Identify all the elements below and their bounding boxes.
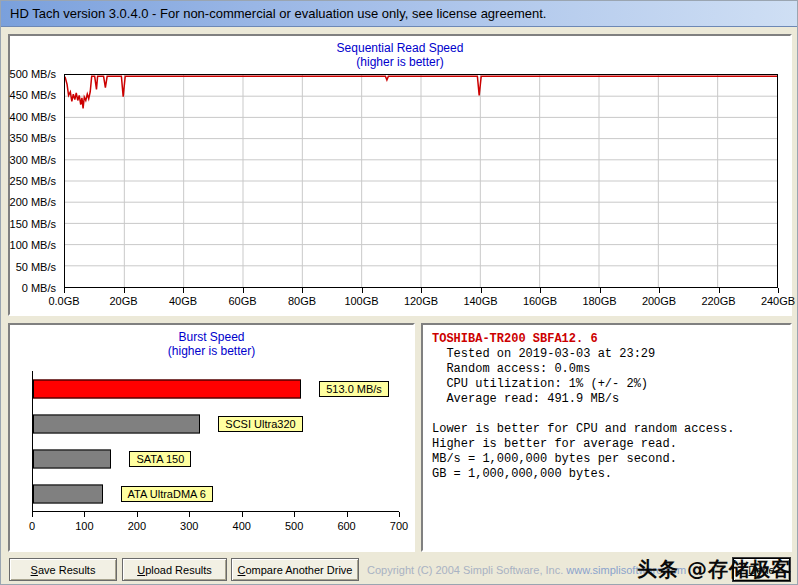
title-bar[interactable]: HD Tach version 3.0.4.0 - For non-commer… xyxy=(1,1,797,27)
window-title: HD Tach version 3.0.4.0 - For non-commer… xyxy=(10,6,546,21)
burst-tick-mark xyxy=(242,512,243,517)
seq-y-tick-label: 0 MB/s xyxy=(22,282,56,294)
seq-y-tick-label: 50 MB/s xyxy=(16,261,56,273)
seq-x-tick-label: 80GB xyxy=(288,295,316,307)
seq-x-tick-label: 100GB xyxy=(344,295,378,307)
burst-tick-mark xyxy=(32,512,33,517)
burst-tick-mark xyxy=(399,512,400,517)
sequential-read-panel: Sequential Read Speed (higher is better)… xyxy=(8,34,792,316)
burst-tick-mark xyxy=(84,512,85,517)
drive-info-line: Higher is better for average read. xyxy=(432,437,781,452)
seq-tick-mark xyxy=(421,288,422,293)
seq-y-tick-label: 450 MB/s xyxy=(10,89,56,101)
burst-x-tick-label: 500 xyxy=(285,520,303,532)
seq-y-tick-label: 350 MB/s xyxy=(10,132,56,144)
seq-y-tick-label: 400 MB/s xyxy=(10,111,56,123)
seq-tick-mark xyxy=(243,288,244,293)
seq-x-tick-label: 40GB xyxy=(169,295,197,307)
seq-tick-mark xyxy=(540,288,541,293)
burst-bars-area: 513.0 MB/sSCSI Ultra320SATA 150ATA Ultra… xyxy=(32,371,399,512)
seq-tick-mark xyxy=(302,288,303,293)
burst-tick-mark xyxy=(137,512,138,517)
seq-x-tick-label: 140GB xyxy=(463,295,497,307)
burst-bar xyxy=(33,449,111,468)
watermark: 头条 @存储极客 xyxy=(637,556,792,583)
burst-bar-label: 513.0 MB/s xyxy=(319,381,389,397)
seq-chart-subtitle: (higher is better) xyxy=(10,55,790,69)
compare-another-drive-button[interactable]: Compare Another Drive xyxy=(231,558,359,581)
burst-bar xyxy=(33,414,200,433)
seq-x-tick-label: 200GB xyxy=(642,295,676,307)
drive-info-line: GB = 1,000,000,000 bytes. xyxy=(432,467,781,482)
drive-info-line: MB/s = 1,000,000 bytes per second. xyxy=(432,452,781,467)
burst-x-axis-ticks xyxy=(32,512,399,517)
burst-bar-row: ATA UltraDMA 6 xyxy=(33,476,399,511)
drive-info-panel: TOSHIBA-TR200 SBFA12. 6 Tested on 2019-0… xyxy=(421,323,792,552)
seq-x-tick-label: 0.0GB xyxy=(48,295,79,307)
seq-x-axis-labels: 0.0GB20GB40GB60GB80GB100GB120GB140GB160G… xyxy=(64,295,778,309)
burst-x-tick-label: 300 xyxy=(180,520,198,532)
burst-x-tick-label: 200 xyxy=(128,520,146,532)
drive-name: TOSHIBA-TR200 SBFA12. 6 xyxy=(432,332,781,347)
burst-bar xyxy=(33,379,301,398)
drive-info-line xyxy=(432,407,781,422)
seq-y-tick-label: 150 MB/s xyxy=(10,218,56,230)
seq-y-tick-label: 100 MB/s xyxy=(10,239,56,251)
seq-y-tick-label: 300 MB/s xyxy=(10,154,56,166)
seq-x-tick-label: 160GB xyxy=(523,295,557,307)
seq-x-axis-ticks xyxy=(64,288,778,293)
seq-tick-mark xyxy=(481,288,482,293)
seq-y-tick-label: 500 MB/s xyxy=(10,68,56,80)
upload-results-button[interactable]: Upload Results xyxy=(122,558,227,581)
burst-tick-mark xyxy=(294,512,295,517)
burst-bar-label: SATA 150 xyxy=(129,451,191,467)
seq-tick-mark xyxy=(719,288,720,293)
drive-info-line: CPU utilization: 1% (+/- 2%) xyxy=(432,377,781,392)
seq-y-tick-label: 200 MB/s xyxy=(10,196,56,208)
burst-bar xyxy=(33,484,103,503)
burst-tick-mark xyxy=(347,512,348,517)
burst-bar-label: SCSI Ultra320 xyxy=(218,416,302,432)
drive-info-line: Random access: 0.0ms xyxy=(432,362,781,377)
burst-x-tick-label: 600 xyxy=(337,520,355,532)
seq-tick-mark xyxy=(64,288,65,293)
burst-bar-row: 513.0 MB/s xyxy=(33,371,399,406)
seq-chart-title: Sequential Read Speed xyxy=(10,41,790,55)
burst-x-tick-label: 0 xyxy=(29,520,35,532)
seq-x-tick-label: 20GB xyxy=(109,295,137,307)
save-results-button[interactable]: Save Results xyxy=(9,558,117,581)
burst-bar-row: SATA 150 xyxy=(33,441,399,476)
burst-x-tick-label: 700 xyxy=(390,520,408,532)
seq-tick-mark xyxy=(659,288,660,293)
burst-x-tick-label: 100 xyxy=(75,520,93,532)
seq-x-tick-label: 180GB xyxy=(582,295,616,307)
seq-x-tick-label: 240GB xyxy=(761,295,795,307)
seq-x-tick-label: 120GB xyxy=(404,295,438,307)
burst-tick-mark xyxy=(189,512,190,517)
burst-chart-subtitle: (higher is better) xyxy=(10,344,413,358)
seq-y-axis-labels: 500 MB/s450 MB/s400 MB/s350 MB/s300 MB/s… xyxy=(10,74,60,288)
burst-x-axis-labels: 0100200300400500600700 xyxy=(32,520,399,533)
drive-info-line: Lower is better for CPU and random acces… xyxy=(432,422,781,437)
copyright-label: Copyright (C) 2004 Simpli Software, Inc. xyxy=(367,564,566,576)
seq-tick-mark xyxy=(124,288,125,293)
seq-x-tick-label: 60GB xyxy=(228,295,256,307)
seq-plot-area xyxy=(64,74,778,288)
burst-bar-row: SCSI Ultra320 xyxy=(33,406,399,441)
seq-y-tick-label: 250 MB/s xyxy=(10,175,56,187)
drive-info-lines: Tested on 2019-03-03 at 23:29 Random acc… xyxy=(432,347,781,482)
seq-tick-mark xyxy=(183,288,184,293)
burst-bar-label: ATA UltraDMA 6 xyxy=(121,486,213,502)
drive-info-line: Average read: 491.9 MB/s xyxy=(432,392,781,407)
seq-tick-mark xyxy=(778,288,779,293)
seq-tick-mark xyxy=(600,288,601,293)
burst-chart-title: Burst Speed xyxy=(10,330,413,344)
seq-line-chart-svg xyxy=(65,75,777,287)
hdtach-window: HD Tach version 3.0.4.0 - For non-commer… xyxy=(0,0,798,585)
burst-x-tick-label: 400 xyxy=(233,520,251,532)
seq-x-tick-label: 220GB xyxy=(701,295,735,307)
seq-tick-mark xyxy=(362,288,363,293)
drive-info-line: Tested on 2019-03-03 at 23:29 xyxy=(432,347,781,362)
burst-speed-panel: Burst Speed (higher is better) 513.0 MB/… xyxy=(8,323,415,552)
